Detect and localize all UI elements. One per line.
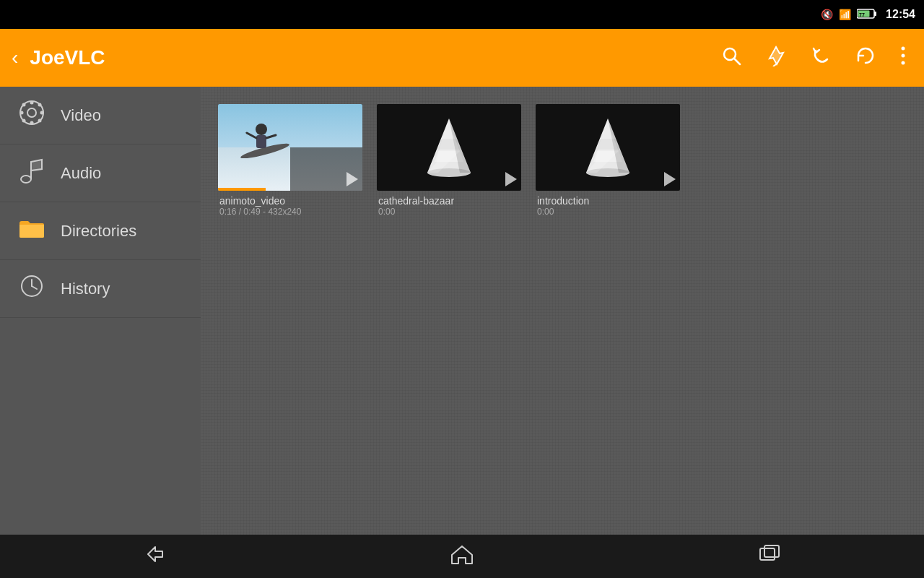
svg-point-14 — [20, 111, 24, 115]
media-info: cathedral-bazaar 0:00 — [377, 191, 521, 218]
media-meta: 0:00 — [537, 207, 679, 217]
media-title: animoto_video — [219, 195, 361, 207]
sidebar-label-audio: Audio — [61, 164, 101, 183]
media-tile[interactable]: cathedral-bazaar 0:00 — [377, 104, 521, 218]
recents-nav-button[interactable] — [740, 538, 801, 575]
svg-point-12 — [30, 101, 34, 105]
media-info: animoto_video 0:16 / 0:49 - 432x240 — [218, 191, 362, 218]
media-thumbnail — [536, 104, 680, 191]
folder-icon — [17, 217, 46, 244]
vlc-cone — [377, 104, 521, 191]
svg-point-11 — [27, 108, 36, 117]
media-meta: 0:16 / 0:49 - 432x240 — [219, 207, 361, 217]
progress-bar — [218, 188, 266, 191]
pin-icon[interactable] — [759, 39, 793, 77]
play-icon — [346, 172, 358, 186]
nav-bar — [0, 535, 924, 578]
svg-line-29 — [266, 135, 276, 138]
sidebar-item-video[interactable]: Video — [0, 87, 201, 144]
media-thumbnail — [218, 104, 362, 191]
wifi-icon: 📶 — [839, 9, 851, 20]
svg-point-16 — [22, 103, 26, 107]
svg-point-26 — [256, 124, 267, 135]
svg-point-15 — [40, 111, 44, 115]
svg-text:77: 77 — [859, 12, 865, 17]
svg-line-6 — [773, 64, 776, 66]
home-nav-button[interactable] — [432, 538, 492, 576]
refresh-icon[interactable] — [849, 39, 882, 77]
svg-line-28 — [247, 133, 256, 138]
sidebar-label-video: Video — [61, 106, 101, 125]
clock: 12:54 — [886, 8, 915, 21]
content-area: animoto_video 0:16 / 0:49 - 432x240 — [201, 87, 924, 535]
sidebar-item-audio[interactable]: Audio — [0, 144, 201, 202]
svg-point-19 — [38, 119, 42, 123]
main-layout: Video Audio Directories — [0, 87, 924, 535]
play-icon — [664, 172, 676, 186]
media-tile[interactable]: introduction 0:00 — [536, 104, 680, 218]
svg-point-7 — [902, 46, 905, 50]
search-icon[interactable] — [715, 39, 748, 77]
play-icon — [505, 172, 517, 186]
vlc-cone — [536, 104, 680, 191]
more-icon[interactable] — [894, 39, 912, 77]
undo-icon[interactable] — [804, 39, 837, 77]
svg-point-17 — [38, 103, 42, 107]
sidebar-item-directories[interactable]: Directories — [0, 202, 201, 260]
back-nav-button[interactable] — [123, 538, 184, 575]
sidebar: Video Audio Directories — [0, 87, 201, 535]
sidebar-label-history: History — [61, 280, 110, 298]
media-tile[interactable]: animoto_video 0:16 / 0:49 - 432x240 — [218, 104, 362, 218]
svg-rect-43 — [760, 548, 775, 560]
battery-icon: 77 — [857, 8, 877, 22]
media-title: cathedral-bazaar — [378, 195, 520, 207]
svg-point-20 — [21, 176, 31, 183]
svg-point-9 — [902, 61, 905, 64]
app-title: JoeVLC — [30, 46, 703, 69]
media-title: introduction — [537, 195, 679, 207]
app-bar: ‹ JoeVLC — [0, 29, 924, 87]
svg-rect-44 — [764, 545, 779, 557]
mute-icon: 🔇 — [821, 9, 833, 20]
svg-point-13 — [30, 121, 34, 125]
svg-point-8 — [902, 53, 905, 57]
media-thumbnail — [377, 104, 521, 191]
svg-rect-1 — [874, 12, 876, 16]
status-bar: 🔇 📶 77 12:54 — [0, 0, 924, 29]
film-icon — [17, 100, 46, 131]
media-info: introduction 0:00 — [536, 191, 680, 218]
svg-rect-27 — [256, 135, 266, 148]
svg-point-18 — [22, 119, 26, 123]
svg-line-24 — [32, 286, 37, 289]
media-meta: 0:00 — [378, 207, 520, 217]
music-icon — [17, 158, 46, 189]
clock-icon — [17, 274, 46, 303]
sidebar-label-directories: Directories — [61, 222, 136, 241]
back-button[interactable]: ‹ — [12, 46, 18, 69]
sidebar-item-history[interactable]: History — [0, 260, 201, 318]
svg-line-5 — [734, 59, 740, 64]
